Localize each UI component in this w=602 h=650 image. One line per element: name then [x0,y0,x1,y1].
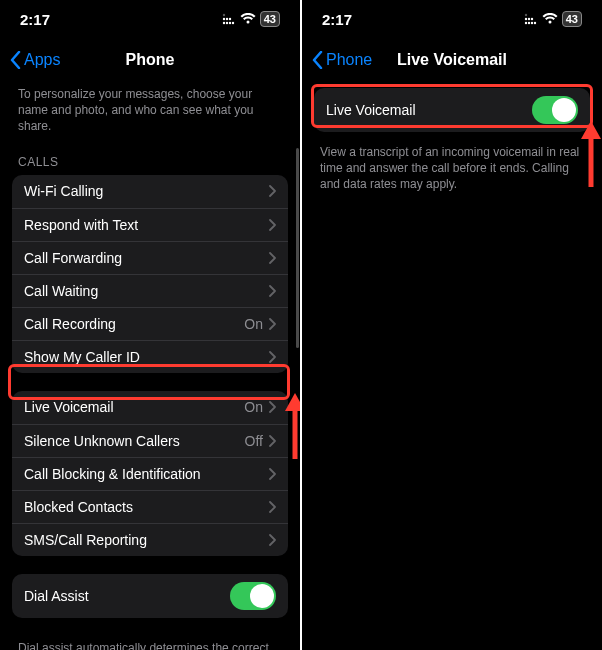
row-value: Off [245,433,263,449]
live-voicemail-row[interactable]: Live Voicemail [314,88,590,132]
wifi-icon [542,13,558,25]
svg-point-3 [232,22,234,24]
chevron-right-icon [269,501,276,513]
row-label: Call Waiting [24,283,269,299]
svg-point-12 [525,18,527,20]
svg-point-9 [528,22,530,24]
row-label: Show My Caller ID [24,349,269,365]
svg-point-8 [525,22,527,24]
svg-point-2 [229,22,231,24]
svg-point-5 [226,18,228,20]
nav-bar: Phone Live Voicemail [302,38,602,82]
row-label: Call Recording [24,316,244,332]
live-voicemail-group: Live Voicemail [314,88,590,132]
row-call-blocking-identification[interactable]: Call Blocking & Identification [12,457,288,490]
nav-bar: Apps Phone [0,38,300,82]
live-voicemail-label: Live Voicemail [326,102,532,118]
back-button[interactable]: Apps [10,51,60,69]
chevron-right-icon [269,318,276,330]
row-call-waiting[interactable]: Call Waiting [12,274,288,307]
svg-point-7 [223,14,225,16]
status-time: 2:17 [20,11,50,28]
svg-point-4 [223,18,225,20]
dual-sim-icon [524,13,538,25]
screen-live-voicemail: 2:17 43 Phone Live Voicemail Live Voi [302,0,602,650]
row-label: Live Voicemail [24,399,244,415]
row-value: On [244,316,263,332]
chevron-right-icon [269,351,276,363]
chevron-right-icon [269,252,276,264]
row-label: Silence Unknown Callers [24,433,245,449]
row-call-recording[interactable]: Call RecordingOn [12,307,288,340]
dual-sim-icon [222,13,236,25]
chevron-right-icon [269,185,276,197]
row-label: SMS/Call Reporting [24,532,269,548]
row-label: Wi-Fi Calling [24,183,269,199]
status-time: 2:17 [322,11,352,28]
row-show-my-caller-id[interactable]: Show My Caller ID [12,340,288,373]
dial-assist-toggle[interactable] [230,582,276,610]
status-bar: 2:17 43 [302,0,602,38]
battery-icon: 43 [260,11,280,27]
row-label: Call Forwarding [24,250,269,266]
row-label: Respond with Text [24,217,269,233]
chevron-left-icon [10,51,21,69]
svg-point-14 [531,18,533,20]
live-voicemail-footer: View a transcript of an incoming voicema… [314,140,590,203]
section-header-calls: CALLS [12,147,288,175]
chevron-left-icon [312,51,323,69]
svg-point-0 [223,22,225,24]
status-bar: 2:17 43 [0,0,300,38]
row-wi-fi-calling[interactable]: Wi-Fi Calling [12,175,288,208]
chevron-right-icon [269,468,276,480]
dial-assist-row[interactable]: Dial Assist [12,574,288,618]
wifi-icon [240,13,256,25]
settings-content: Live Voicemail View a transcript of an i… [302,82,602,650]
svg-point-13 [528,18,530,20]
dial-assist-label: Dial Assist [24,588,230,604]
chevron-right-icon [269,285,276,297]
row-blocked-contacts[interactable]: Blocked Contacts [12,490,288,523]
scrollbar[interactable] [296,148,299,348]
chevron-right-icon [269,219,276,231]
row-value: On [244,399,263,415]
back-button[interactable]: Phone [312,51,372,69]
live-voicemail-toggle[interactable] [532,96,578,124]
svg-point-10 [531,22,533,24]
back-label: Apps [24,51,60,69]
screen-phone-settings: 2:17 43 Apps Phone To personalize your m… [0,0,300,650]
svg-point-1 [226,22,228,24]
voicemail-group: Live VoicemailOnSilence Unknown CallersO… [12,391,288,556]
chevron-right-icon [269,435,276,447]
dial-assist-footer: Dial assist automatically determines the… [12,636,288,650]
row-respond-with-text[interactable]: Respond with Text [12,208,288,241]
row-call-forwarding[interactable]: Call Forwarding [12,241,288,274]
row-live-voicemail[interactable]: Live VoicemailOn [12,391,288,424]
settings-content: To personalize your messages, choose you… [0,82,300,650]
intro-text: To personalize your messages, choose you… [12,82,288,147]
row-label: Call Blocking & Identification [24,466,269,482]
svg-point-11 [534,22,536,24]
calls-group: Wi-Fi CallingRespond with TextCall Forwa… [12,175,288,373]
dial-assist-group: Dial Assist [12,574,288,618]
svg-point-15 [525,14,527,16]
status-right: 43 [222,11,280,27]
row-silence-unknown-callers[interactable]: Silence Unknown CallersOff [12,424,288,457]
chevron-right-icon [269,534,276,546]
chevron-right-icon [269,401,276,413]
row-sms-call-reporting[interactable]: SMS/Call Reporting [12,523,288,556]
status-right: 43 [524,11,582,27]
battery-icon: 43 [562,11,582,27]
svg-point-6 [229,18,231,20]
back-label: Phone [326,51,372,69]
row-label: Blocked Contacts [24,499,269,515]
